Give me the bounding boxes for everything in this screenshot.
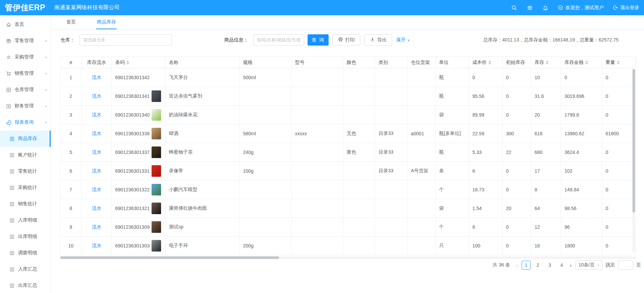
next-page-icon[interactable]: › <box>569 262 573 268</box>
app-logo: 管伊佳ERP <box>0 2 51 13</box>
sidebar-subitem[interactable]: 零售统计 <box>0 163 51 179</box>
logout-button[interactable]: 退出登录 <box>612 5 639 11</box>
amount-cell: 1800 <box>561 237 602 255</box>
list-icon <box>10 169 15 174</box>
sidebar-item[interactable]: 财务管理 ∨ <box>0 98 51 114</box>
weight-cell: 0 <box>602 237 636 255</box>
sidebar-subitem[interactable]: 采购统计 <box>0 179 51 196</box>
sidebar-item[interactable]: 零售管理 ∨ <box>0 33 51 49</box>
sidebar-item[interactable]: 销售管理 ∨ <box>0 65 51 82</box>
sidebar-subitem[interactable]: 出库明细 <box>0 228 51 245</box>
column-header: 库存流水 <box>82 57 112 68</box>
bank-icon[interactable] <box>526 4 533 11</box>
sidebar-subitem[interactable]: 销售统计 <box>0 196 51 212</box>
stock-flow-link[interactable]: 流水 <box>92 149 101 155</box>
sidebar-item[interactable]: 仓库管理 ∨ <box>0 82 51 98</box>
column-header: 成本价 <box>469 57 503 68</box>
stock-cell: 680 <box>531 143 561 161</box>
stock-flow-link[interactable]: 流水 <box>92 168 101 174</box>
product-info-input[interactable] <box>253 34 304 46</box>
stock-flow-link[interactable]: 流水 <box>92 74 101 81</box>
search-icon[interactable] <box>511 4 518 11</box>
page-number[interactable]: 1 <box>522 261 530 270</box>
total-count: 共 36 条 <box>493 262 510 268</box>
stock-flow-link[interactable]: 流水 <box>92 205 101 211</box>
page-size-select[interactable]: 10条/页 ∨ <box>575 260 603 270</box>
sidebar-subitem[interactable]: 商品库存 <box>0 131 51 147</box>
download-icon <box>370 37 375 43</box>
sidebar-item[interactable]: 采购管理 ∨ <box>0 49 51 65</box>
weight-cell: 0 <box>602 68 636 87</box>
tab-label: 首页 <box>66 19 76 25</box>
name-cell: 测试sp <box>166 218 240 236</box>
tab[interactable]: 商品库存 <box>96 15 117 29</box>
category-cell: 目录33 <box>375 124 407 143</box>
sidebar-subitem[interactable]: 出库汇总 <box>0 277 51 293</box>
warehouse-input[interactable] <box>80 34 172 46</box>
print-button[interactable]: 打印 <box>332 34 360 46</box>
sidebar-item[interactable]: 报表查询 ∧ <box>0 114 51 131</box>
logout-icon <box>612 5 618 11</box>
chevron-icon: ∨ <box>45 72 47 75</box>
tab[interactable]: 首页 <box>66 15 76 29</box>
column-header: 重量 <box>602 57 636 68</box>
category-cell <box>375 180 407 199</box>
page-suffix-label: 页 <box>636 262 641 268</box>
stock-cell: 64 <box>531 199 561 218</box>
name-cell: 康师傅红烧牛肉面 <box>166 199 240 218</box>
search-button[interactable]: 查 询 <box>308 34 329 46</box>
column-header: 类别 <box>375 57 407 68</box>
barcode-cell: 6901236301322 <box>112 180 166 199</box>
sidebar-subitem[interactable]: 入库明细 <box>0 212 51 228</box>
category-cell <box>375 106 407 124</box>
stock-flow-link[interactable]: 流水 <box>92 224 101 230</box>
vertical-scrollbar[interactable] <box>632 69 635 253</box>
sidebar-subitem-label: 采购统计 <box>18 185 37 191</box>
expand-toggle[interactable]: 展开 ∨ <box>396 37 410 43</box>
shelf-cell <box>407 237 436 255</box>
chevron-icon: ∨ <box>45 88 47 91</box>
table-row: 4 流水 6901236301338 啤酒 580ml xxsxx 无色 目录3… <box>60 124 636 143</box>
stock-flow-link[interactable]: 流水 <box>92 187 101 193</box>
sort-icon[interactable] <box>126 61 129 65</box>
sidebar-subitem[interactable]: 调拨明细 <box>0 245 51 261</box>
chevron-icon: ∨ <box>45 56 47 59</box>
unit-cell: 个 <box>436 180 469 199</box>
table-row: 8 流水 6901236301321 康师傅红烧牛肉面 袋 1.54 20 64… <box>60 199 636 218</box>
stock-flow-link[interactable]: 流水 <box>92 243 101 249</box>
stock-flow-link[interactable]: 流水 <box>92 112 101 118</box>
sidebar-item[interactable]: 首页 <box>0 16 51 33</box>
horizontal-scrollbar[interactable] <box>60 256 636 259</box>
sort-icon[interactable] <box>617 61 620 65</box>
page-number[interactable]: 3 <box>545 261 554 270</box>
barcode-cell: 6901236301337 <box>112 143 166 161</box>
spec-cell: 100g <box>240 162 292 180</box>
jump-page-input[interactable] <box>618 260 633 270</box>
sort-icon[interactable] <box>546 61 549 65</box>
page-number[interactable]: 2 <box>534 261 542 270</box>
sort-icon[interactable] <box>488 61 491 65</box>
welcome-user[interactable]: 欢迎您，测试用户 <box>558 5 604 11</box>
list-icon <box>10 201 15 207</box>
table-row: 5 流水 6901236301337 蜂蜜柚子茶 240g 黄色 目录33 瓶 … <box>60 143 636 162</box>
sidebar-subitem[interactable]: 账户统计 <box>0 147 51 163</box>
table-row: 9 流水 6901236301309 测试sp 个 8 0 12 96 0 <box>60 218 636 237</box>
unit-cell: 瓶 <box>436 143 469 161</box>
weight-cell: 0 <box>602 143 636 161</box>
barcode-cell: 6901236301340 <box>112 106 166 124</box>
spec-cell <box>240 199 292 218</box>
prev-page-icon[interactable]: ‹ <box>515 262 519 268</box>
sort-icon[interactable] <box>585 61 588 65</box>
sidebar-subitem[interactable]: 入库汇总 <box>0 261 51 277</box>
printer-icon <box>338 37 343 43</box>
shelf-cell: a0001 <box>407 124 436 143</box>
stock-flow-link[interactable]: 流水 <box>92 93 101 99</box>
page-number[interactable]: 4 <box>557 261 566 270</box>
color-cell <box>343 180 375 199</box>
table-row: 1 流水 6901236301342 飞天茅台 500ml 瓶 0 0 10 0… <box>60 68 636 87</box>
bell-icon[interactable] <box>542 4 549 11</box>
export-button[interactable]: 导出 <box>364 34 392 46</box>
stock-flow-link[interactable]: 流水 <box>92 131 101 137</box>
amount-cell: 149.84 <box>561 180 602 199</box>
logout-text: 退出登录 <box>620 5 639 11</box>
